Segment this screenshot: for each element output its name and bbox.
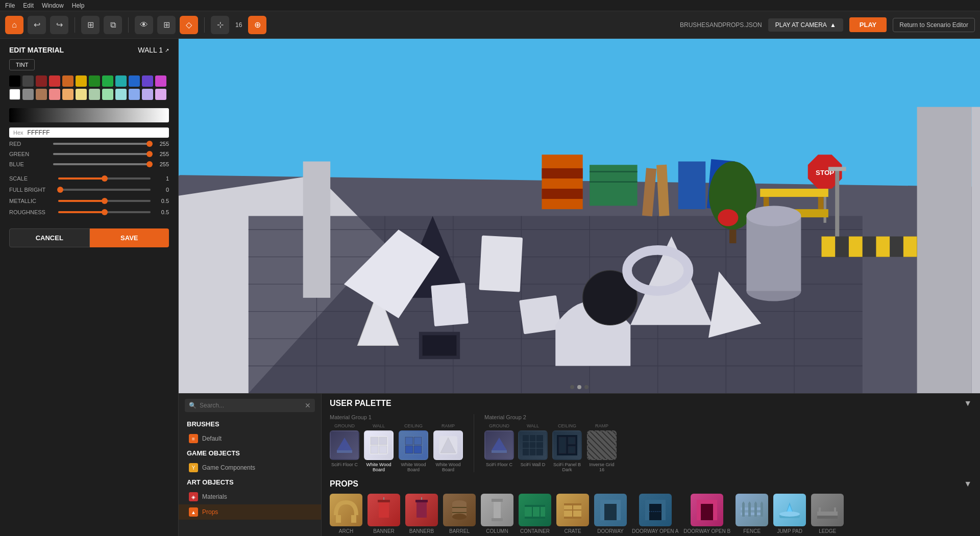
menu-help[interactable]: Help	[72, 2, 85, 9]
svg-rect-138	[761, 503, 763, 517]
mat-white-wood-ceiling[interactable]: CEILING	[398, 423, 429, 472]
prop-doorway-open-a[interactable]: Doorway Open A	[632, 494, 678, 534]
roughness-thumb[interactable]	[102, 209, 108, 215]
full-bright-slider-track[interactable]	[58, 189, 151, 191]
prop-arch[interactable]: Arch	[330, 494, 362, 534]
mat-inverse-grid-16[interactable]: RAMP Inverse Grid 16	[586, 423, 617, 472]
swatch-peach[interactable]	[62, 89, 74, 100]
metallic-thumb[interactable]	[102, 198, 108, 204]
cancel-button[interactable]: CANCEL	[9, 228, 90, 247]
green-slider-thumb[interactable]	[146, 151, 153, 157]
eye-button[interactable]: 👁	[135, 16, 153, 34]
swatch-green[interactable]	[89, 75, 100, 87]
swatch-teal[interactable]	[115, 75, 127, 87]
prop-column-label: Column	[486, 528, 508, 534]
prop-crate-label: Crate	[564, 528, 581, 534]
swatch-light-red[interactable]	[49, 89, 60, 100]
menu-window[interactable]: Window	[42, 2, 64, 9]
mat-scifi-panel-b[interactable]: CEILING Sc	[552, 423, 582, 472]
collapse-props-button[interactable]: ▼	[964, 479, 972, 489]
play-button[interactable]: PLAY	[849, 17, 887, 32]
swatch-brown[interactable]	[36, 89, 47, 100]
sidebar-item-default[interactable]: ≡ Default	[179, 431, 321, 446]
prop-doorway-thumb	[594, 494, 627, 526]
roughness-slider-track[interactable]	[58, 211, 151, 213]
swatch-orange[interactable]	[62, 75, 74, 87]
prop-barrel[interactable]: Barrel	[443, 494, 476, 534]
swatch-white[interactable]	[9, 89, 20, 100]
mat-scifi-wall-d[interactable]: WALL	[518, 423, 548, 467]
metallic-slider-track[interactable]	[58, 200, 151, 202]
prop-doorway[interactable]: Doorway	[594, 494, 627, 534]
swatch-black[interactable]	[9, 75, 20, 87]
swatch-gray[interactable]	[22, 89, 34, 100]
hex-input[interactable]	[28, 129, 68, 136]
swatch-dark-gray[interactable]	[22, 75, 34, 87]
sidebar-item-game-components[interactable]: Y Game Components	[179, 460, 321, 475]
return-to-editor-button[interactable]: Return to Scenario Editor	[893, 18, 975, 32]
swatch-mint[interactable]	[102, 89, 113, 100]
sidebar-item-props[interactable]: ▲ Props	[179, 504, 321, 520]
scale-thumb[interactable]	[102, 175, 108, 182]
viewport[interactable]: STOP	[179, 39, 980, 393]
file-name: BRUSHESANDPROPS.JSON	[680, 21, 762, 29]
red-slider-thumb[interactable]	[146, 141, 153, 147]
gradient-bar[interactable]	[9, 108, 169, 122]
swatch-light-pink[interactable]	[155, 89, 166, 100]
redo-button[interactable]: ↪	[50, 16, 68, 34]
undo-button[interactable]: ↩	[28, 16, 46, 34]
node-button[interactable]: ⊹	[211, 16, 229, 34]
swatch-lavender[interactable]	[142, 89, 153, 100]
mat-wall-type-1: WALL	[373, 423, 385, 428]
swatch-pink[interactable]	[155, 75, 166, 87]
prop-column[interactable]: Column	[481, 494, 513, 534]
prop-barrel-label: Barrel	[449, 528, 470, 534]
mat-scifi-floor-c-2[interactable]: GROUND SciFi Floor C	[484, 423, 514, 467]
swatch-blue[interactable]	[129, 75, 140, 87]
svg-rect-66	[371, 437, 378, 445]
grid-button[interactable]: ⊞	[157, 16, 176, 34]
prop-container[interactable]: Container	[519, 494, 551, 534]
collapse-palette-button[interactable]: ▼	[964, 399, 972, 408]
menu-edit[interactable]: Edit	[23, 2, 34, 9]
swatch-light-blue[interactable]	[129, 89, 140, 100]
mat-white-wood-wall[interactable]: WALL	[363, 423, 394, 472]
search-input[interactable]	[200, 402, 302, 409]
sidebar-item-materials[interactable]: ◈ Materials	[179, 489, 321, 504]
save-button[interactable]: SAVE	[90, 228, 169, 247]
puzzle-button[interactable]: ⊞	[81, 16, 100, 34]
red-slider-track[interactable]	[53, 143, 151, 145]
shape-button[interactable]: ◇	[180, 16, 198, 34]
swatch-dark-red[interactable]	[36, 75, 47, 87]
swatch-red[interactable]	[49, 75, 60, 87]
prop-doorway-open-b[interactable]: Doorway Open B	[683, 494, 730, 534]
svg-rect-48	[828, 167, 846, 171]
blue-slider-thumb[interactable]	[146, 161, 153, 167]
home-button[interactable]: ⌂	[5, 16, 23, 34]
copy-button[interactable]: ⧉	[104, 16, 122, 34]
swatch-yellow[interactable]	[76, 75, 87, 87]
prop-ledge[interactable]: Ledge	[811, 494, 844, 534]
prop-crate[interactable]: Crate	[556, 494, 589, 534]
swatch-purple[interactable]	[142, 75, 153, 87]
swatch-pale-green[interactable]	[89, 89, 100, 100]
clear-search-button[interactable]: ✕	[305, 401, 311, 410]
svg-rect-50	[972, 107, 980, 393]
swatch-light-green[interactable]	[102, 75, 113, 87]
prop-bannerb[interactable]: BannerB	[405, 494, 438, 534]
prop-banner[interactable]: Banner	[368, 494, 400, 534]
scale-slider-track[interactable]	[58, 177, 151, 180]
tint-button[interactable]: TINT	[9, 59, 35, 70]
prop-jump-pad[interactable]: Jump Pad	[773, 494, 806, 534]
full-bright-thumb[interactable]	[57, 187, 63, 193]
swatch-light-yellow[interactable]	[76, 89, 87, 100]
menu-file[interactable]: File	[5, 2, 15, 9]
green-slider-track[interactable]	[53, 153, 151, 155]
prop-fence[interactable]: Fence	[736, 494, 768, 534]
swatch-light-teal[interactable]	[115, 89, 127, 100]
play-at-camera-button[interactable]: PLAY AT CAMERA ▲	[768, 18, 843, 32]
mat-scifi-floor-c[interactable]: GROUND SciFi Floor C	[330, 423, 359, 467]
mat-white-wood-ramp[interactable]: RAMP White Wood Board	[433, 423, 463, 472]
blue-slider-track[interactable]	[53, 163, 151, 165]
magnet-button[interactable]: ⊕	[248, 16, 266, 34]
